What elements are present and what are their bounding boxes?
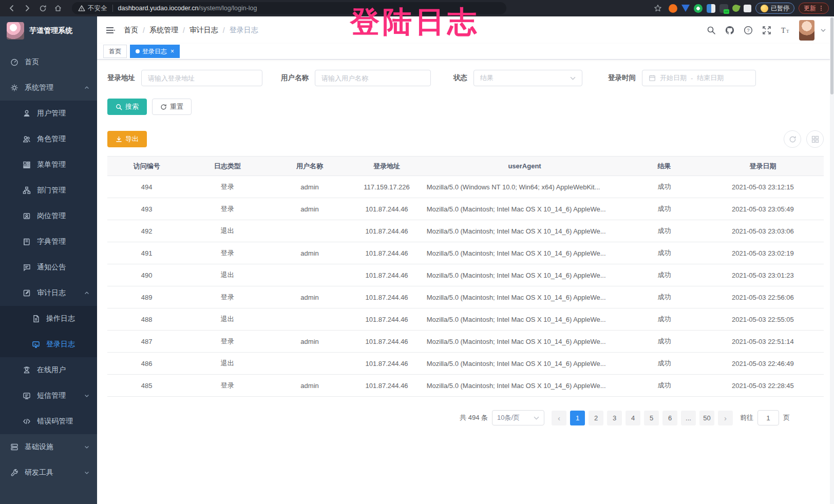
site-security[interactable]: 不安全	[78, 4, 107, 13]
font-size-icon[interactable]: TT	[781, 26, 790, 35]
username-input[interactable]	[315, 70, 431, 86]
cell-result: 成功	[627, 248, 702, 258]
breadcrumb-item[interactable]: 系统管理	[149, 26, 178, 35]
sidebar-item-3[interactable]: 角色管理	[0, 126, 97, 152]
extension-puzzle-icon[interactable]	[744, 5, 751, 12]
close-icon[interactable]: ×	[170, 48, 174, 55]
page-button-3[interactable]: 3	[607, 411, 622, 425]
column-settings-button[interactable]	[806, 130, 824, 148]
tag-登录日志[interactable]: 登录日志×	[130, 45, 180, 58]
browser-reload-icon[interactable]	[36, 2, 49, 15]
date-range-picker[interactable]: 开始日期 - 结束日期	[642, 70, 756, 86]
extension-icon[interactable]	[694, 4, 703, 13]
breadcrumb-item[interactable]: 审计日志	[189, 26, 218, 35]
sidebar-item-label: 系统管理	[25, 83, 84, 92]
extension-icon[interactable]	[707, 4, 715, 13]
refresh-table-button[interactable]	[784, 130, 801, 148]
sidebar-item-4[interactable]: 菜单管理	[0, 152, 97, 178]
column-header: 用户名称	[269, 162, 351, 171]
hamburger-icon[interactable]	[105, 25, 116, 35]
browser-back-icon[interactable]	[5, 2, 18, 15]
sidebar-item-14[interactable]: 错误码管理	[0, 409, 97, 434]
browser-forward-icon[interactable]	[21, 2, 34, 15]
update-button[interactable]: 更新	[799, 3, 829, 14]
sidebar-item-6[interactable]: 岗位管理	[0, 203, 97, 229]
sidebar-item-5[interactable]: 部门管理	[0, 178, 97, 203]
app-logo[interactable]: 芋道管理系统	[0, 16, 97, 45]
page-button-4[interactable]: 4	[626, 411, 640, 425]
table-row[interactable]: 487登录admin101.87.244.46Mozilla/5.0 (Maci…	[107, 331, 824, 353]
page-size-select[interactable]: 10条/页	[492, 410, 544, 425]
sidebar-item-7[interactable]: 字典管理	[0, 229, 97, 255]
date-end-placeholder: 结束日期	[697, 73, 724, 83]
extension-leaf-icon[interactable]	[731, 4, 741, 13]
chevron-down-icon	[84, 393, 90, 399]
bookmark-star-icon[interactable]	[651, 2, 665, 15]
prev-page-button[interactable]: ‹	[552, 411, 566, 425]
sidebar-item-13[interactable]: 短信管理	[0, 383, 97, 409]
goto-page-input[interactable]	[757, 410, 779, 425]
sidebar-item-label: 短信管理	[37, 391, 84, 400]
table-row[interactable]: 489登录admin101.87.244.46Mozilla/5.0 (Maci…	[107, 286, 824, 308]
extension-icon[interactable]	[681, 5, 690, 12]
table-row[interactable]: 485登录admin101.87.244.46Mozilla/5.0 (Maci…	[107, 375, 824, 397]
tag-首页[interactable]: 首页	[103, 45, 127, 58]
page-button-6[interactable]: 6	[662, 411, 677, 425]
next-page-button[interactable]: ›	[718, 411, 733, 425]
page-button-2[interactable]: 2	[589, 411, 603, 425]
table-row[interactable]: 492退出101.87.244.46Mozilla/5.0 (Macintosh…	[107, 220, 824, 242]
fullscreen-icon[interactable]	[762, 26, 771, 35]
page-button-50[interactable]: 50	[699, 411, 714, 425]
cell-user: admin	[269, 338, 351, 345]
status-select[interactable]: 结果	[473, 70, 582, 86]
sidebar-item-0[interactable]: 首页	[0, 49, 97, 75]
sidebar-item-15[interactable]: 基础设施	[0, 434, 97, 460]
sidebar-item-9[interactable]: 审计日志	[0, 280, 97, 306]
table-row[interactable]: 490退出101.87.244.46Mozilla/5.0 (Macintosh…	[107, 264, 824, 286]
sidebar-item-label: 部门管理	[37, 186, 90, 195]
sidebar-item-10[interactable]: 操作日志	[0, 306, 97, 332]
user-avatar[interactable]	[799, 20, 814, 41]
browser-home-icon[interactable]	[51, 2, 65, 15]
ip-input[interactable]	[141, 70, 262, 86]
sidebar-item-16[interactable]: 研发工具	[0, 460, 97, 486]
column-header: 登录地址	[351, 162, 423, 171]
page-button-5[interactable]: 5	[644, 411, 659, 425]
table-row[interactable]: 486退出101.87.244.46Mozilla/5.0 (Macintosh…	[107, 353, 824, 375]
svg-text:T: T	[786, 29, 789, 34]
infra-icon	[10, 443, 18, 451]
users-icon	[23, 135, 31, 143]
table-row[interactable]: 493登录admin101.87.244.46Mozilla/5.0 (Maci…	[107, 198, 824, 220]
search-icon	[116, 104, 122, 110]
more-pages-button[interactable]: ...	[681, 411, 696, 425]
sidebar-item-1[interactable]: 系统管理	[0, 75, 97, 101]
help-icon[interactable]: ?	[744, 26, 753, 35]
calendar-icon	[649, 74, 656, 82]
sidebar-item-11[interactable]: 登录日志	[0, 332, 97, 357]
column-header: userAgent	[423, 162, 627, 170]
goto-label: 前往	[740, 413, 753, 422]
table-row[interactable]: 494登录admin117.159.17.226Mozilla/5.0 (Win…	[107, 176, 824, 198]
tag-label: 登录日志	[142, 47, 167, 56]
page-scrollbar[interactable]	[830, 16, 834, 504]
scrollbar-thumb[interactable]	[830, 17, 833, 94]
profile-paused-badge[interactable]: 已暂停	[755, 3, 794, 14]
page-button-1[interactable]: 1	[570, 411, 585, 425]
export-button[interactable]: 导出	[107, 131, 147, 147]
extension-icon[interactable]	[669, 4, 677, 13]
sidebar-item-12[interactable]: 在线用户	[0, 357, 97, 383]
sidebar-item-8[interactable]: 通知公告	[0, 255, 97, 280]
sidebar-item-2[interactable]: 用户管理	[0, 101, 97, 126]
github-icon[interactable]	[725, 26, 734, 35]
cell-date: 2021-05-03 22:51:14	[702, 338, 824, 345]
search-button[interactable]: 搜索	[107, 99, 147, 115]
cell-id: 488	[107, 316, 186, 323]
table-row[interactable]: 488退出101.87.244.46Mozilla/5.0 (Macintosh…	[107, 308, 824, 331]
extension-on-icon[interactable]: on	[719, 4, 728, 13]
table-row[interactable]: 491登录admin101.87.244.46Mozilla/5.0 (Maci…	[107, 242, 824, 264]
search-icon[interactable]	[707, 26, 716, 35]
breadcrumb-item[interactable]: 首页	[124, 26, 138, 35]
chevron-down-icon[interactable]	[821, 28, 826, 33]
reset-button[interactable]: 重置	[152, 99, 192, 115]
page-content: 登录地址 用户名称 状态 结果 登录时间 开始日期 - 结束日期	[97, 60, 834, 504]
